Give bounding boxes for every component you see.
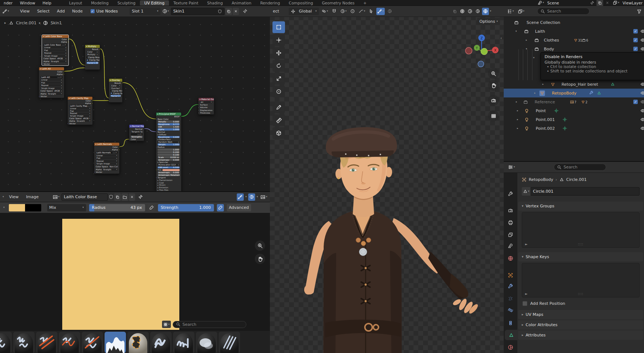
expander[interactable]: ▸ xyxy=(517,127,518,130)
properties-tab-constraints[interactable] xyxy=(504,318,517,328)
shading-solid-button[interactable] xyxy=(467,8,474,15)
expander[interactable]: ▾ xyxy=(515,30,517,33)
material-browse-button[interactable]: ▾ xyxy=(161,8,170,15)
editor-type-button[interactable]: ▾ xyxy=(1,8,10,15)
pan-hand-button[interactable] xyxy=(488,80,499,91)
image-name-field[interactable]: Laith Color Base xyxy=(61,193,108,201)
shape-keys-list[interactable]: ► :::: xyxy=(522,263,640,297)
shader-menu-view[interactable]: View xyxy=(17,9,33,14)
shader-menu-node[interactable]: Node xyxy=(69,9,86,14)
hide-eye-icon[interactable] xyxy=(640,29,644,34)
tweak-select-button[interactable] xyxy=(368,8,375,15)
workspace-tab-rendering[interactable]: Rendering xyxy=(256,0,285,6)
tool-cursor[interactable] xyxy=(272,34,285,46)
expander[interactable]: ▾ xyxy=(526,47,527,50)
workspace-tab-modeling[interactable]: Modeling xyxy=(87,0,113,6)
proportional-editing-button[interactable]: ▾ xyxy=(339,8,348,15)
navigation-gizmo[interactable]: Z Y X xyxy=(461,29,506,69)
panel-uv-maps[interactable]: ▸UV Maps xyxy=(518,310,643,319)
outliner-row-point-001[interactable]: ▸Point.001 xyxy=(504,115,644,124)
hide-eye-icon[interactable] xyxy=(640,126,644,131)
zoom-button[interactable] xyxy=(488,68,499,79)
outliner-row-clothes[interactable]: ▸Clothes316✓ xyxy=(504,36,644,44)
pin-icon[interactable] xyxy=(243,9,247,14)
unlink-image-button[interactable] xyxy=(129,193,135,201)
material-name-field[interactable]: Skin1 xyxy=(171,8,225,15)
hide-eye-icon[interactable] xyxy=(640,99,644,104)
list-resize-grip[interactable]: :::: xyxy=(578,292,584,296)
vertex-groups-list[interactable]: ► :::: xyxy=(522,212,640,248)
hide-eye-icon[interactable] xyxy=(640,108,644,113)
menu-help[interactable]: Help xyxy=(39,1,55,5)
strength-pressure-button[interactable] xyxy=(217,204,224,211)
outliner-row-laith[interactable]: ▾Laith✓ xyxy=(504,27,644,36)
node-multiply[interactable]: ▾MultiplyResultColor▾Multiply▾Clamp Resu… xyxy=(85,44,100,70)
node-laith-cavity-map[interactable]: ▾Laith Cavity MapColorAlphaLaith Cavity … xyxy=(67,96,93,125)
shader-menu-add[interactable]: Add xyxy=(54,9,68,14)
overlay-sphere-button[interactable] xyxy=(386,8,393,15)
node-laith-color-base[interactable]: ▾Laith Color BaseColorAlphaLaith Color B… xyxy=(42,35,69,66)
outliner-row-point-002[interactable]: ▸Point.002 xyxy=(504,124,644,133)
slot-dropdown[interactable]: Slot 1▾ xyxy=(130,8,161,15)
expander[interactable]: ▸ xyxy=(542,83,544,86)
properties-tab-data[interactable] xyxy=(505,330,517,340)
brush-thumbnail-squiggle[interactable] xyxy=(0,332,12,353)
properties-search-input[interactable]: Search xyxy=(554,164,606,171)
filter-funnel-icon[interactable] xyxy=(637,9,642,14)
list-resize-grip[interactable]: :::: xyxy=(578,243,584,246)
viewlayer-browse-button[interactable]: ▾ xyxy=(612,0,620,7)
pan-button[interactable] xyxy=(255,254,265,264)
properties-tab-render[interactable] xyxy=(504,205,517,215)
properties-tab-tool[interactable] xyxy=(504,189,517,199)
radius-pressure-button[interactable] xyxy=(148,204,155,211)
tool-transform[interactable] xyxy=(272,86,285,97)
display-mode-button[interactable]: ▾ xyxy=(162,321,171,328)
list-expand-arrow[interactable]: ► xyxy=(525,242,528,246)
workspace-tab-animation[interactable]: Animation xyxy=(227,0,256,6)
camera-view-button[interactable] xyxy=(488,95,499,106)
expander[interactable]: ▸ xyxy=(517,118,518,121)
panel-color-attributes[interactable]: ▸Color Attributes xyxy=(518,320,643,329)
editor-type-button[interactable]: ▾ xyxy=(507,164,516,171)
uv-snap-button[interactable] xyxy=(237,193,244,201)
workspace-tab-uv-editing[interactable]: UV Editing xyxy=(140,0,169,6)
outliner-search-input[interactable]: Search xyxy=(537,8,590,15)
node-overlay[interactable]: ▾OverlayResultColor▾Overlay▾Clamp Result… xyxy=(109,78,123,103)
panel-shape-keys[interactable]: ▾Shape Keys xyxy=(518,252,643,261)
unlink-material-button[interactable] xyxy=(233,8,239,15)
menu-window[interactable]: Window xyxy=(16,1,39,5)
outliner-row-point[interactable]: ▸Point xyxy=(504,106,644,115)
properties-tab-world[interactable] xyxy=(504,253,517,263)
new-material-button[interactable] xyxy=(225,8,232,15)
grid-ortho-button[interactable] xyxy=(488,110,499,121)
brush-colors[interactable] xyxy=(9,204,41,211)
node-normal-map[interactable]: ▾Normal MapNormalTangent Space▾▫▫✕Streng… xyxy=(129,124,144,141)
properties-tab-particles[interactable] xyxy=(504,293,517,304)
brush-thumbnail-squiggle[interactable] xyxy=(13,332,35,353)
properties-tab-output[interactable] xyxy=(504,217,517,228)
expander[interactable]: ▸ xyxy=(526,39,527,42)
xray-button[interactable] xyxy=(451,8,458,15)
panel-attributes[interactable]: ▸Attributes xyxy=(518,331,643,340)
workspace-tab-texture-paint[interactable]: Texture Paint xyxy=(169,0,203,6)
node-canvas[interactable]: ▸ Circle.001 ▸ Skin1 ▾Laith Color BaseCo… xyxy=(0,17,270,191)
collection-checkbox[interactable]: ✓ xyxy=(633,100,638,104)
workspace-tab-sculpting[interactable]: Sculpting xyxy=(113,0,140,6)
primary-color-swatch[interactable] xyxy=(9,204,25,211)
falloff-curve-button[interactable]: ▾ xyxy=(358,8,366,15)
properties-tab-modifiers[interactable] xyxy=(504,281,517,292)
open-image-button[interactable] xyxy=(122,193,128,201)
scene-browse-button[interactable]: ▾ xyxy=(536,0,545,7)
hide-eye-icon[interactable] xyxy=(640,46,644,51)
blend-mode-dropdown[interactable]: Mix▾ xyxy=(47,204,86,211)
falloff-button[interactable] xyxy=(349,8,356,15)
brush-thumbnail-strokes[interactable] xyxy=(219,332,240,353)
image-editor-canvas[interactable]: ▾ Search xyxy=(0,213,270,331)
zoom-in-button[interactable] xyxy=(255,240,265,251)
expander[interactable]: ▾ xyxy=(533,56,535,59)
outliner-row-reference[interactable]: ▸Reference72✓ xyxy=(504,97,644,106)
expander[interactable]: ▸ xyxy=(516,100,517,103)
brush-search-input[interactable]: Search xyxy=(173,321,246,328)
brush-dropdown[interactable]: ▾ xyxy=(2,204,6,211)
image-menu-image[interactable]: Image xyxy=(23,195,42,199)
